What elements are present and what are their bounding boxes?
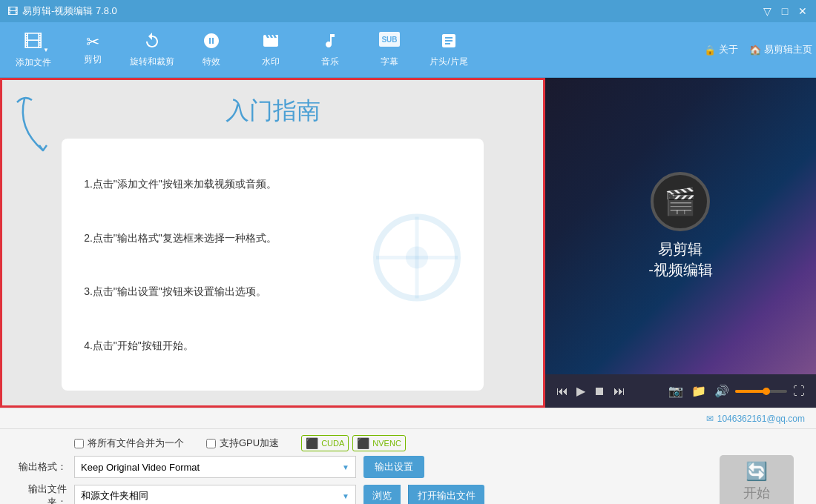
start-icon: 🔄 (746, 461, 768, 482)
close-btn[interactable]: ✕ (797, 5, 809, 17)
cut-icon: ✂ (86, 34, 99, 50)
nvidia-icon: ⬛ (306, 437, 318, 449)
email-address: 1046362161@qq.com (717, 414, 805, 424)
extra-controls: 📷 📁 🔊 ⛶ (666, 382, 807, 400)
about-btn[interactable]: 🔒 关于 (704, 43, 738, 56)
folder-dropdown-arrow: ▼ (342, 492, 349, 500)
preview-area: 易剪辑 -视频编辑 (545, 78, 816, 374)
toolbar-rotate-crop[interactable]: 旋转和裁剪 (122, 24, 182, 76)
watermark-icon (262, 32, 280, 53)
format-dropdown[interactable]: Keep Original Video Format ▼ (74, 456, 356, 478)
volume-slider[interactable] (735, 390, 787, 393)
nvenc-label: NVENC (372, 439, 401, 448)
about-label: 关于 (719, 43, 738, 56)
folder-value: 和源文件夹相同 (81, 489, 148, 503)
email-bar: ✉ 1046362161@qq.com (0, 408, 816, 428)
gpu-accel-input[interactable] (206, 439, 216, 448)
preview-controls: ⏮ ▶ ⏹ ⏭ 📷 📁 🔊 ⛶ (545, 374, 816, 408)
merge-files-input[interactable] (74, 439, 84, 448)
volume-fill (735, 390, 764, 393)
subtitle-icon: SUB 1 (379, 32, 400, 53)
music-icon (321, 32, 339, 53)
stop-btn[interactable]: ⏹ (591, 382, 608, 400)
next-btn[interactable]: ⏭ (611, 382, 628, 400)
folder-dropdown[interactable]: 和源文件夹相同 ▼ (74, 485, 356, 504)
format-dropdown-arrow: ▼ (342, 463, 349, 471)
playback-controls: ⏮ ▶ ⏹ ⏭ (554, 382, 628, 400)
app-icon: 🎞 (7, 5, 18, 17)
svg-text:1: 1 (397, 32, 400, 37)
title-bar: 🎞 易剪辑-视频编辑 7.8.0 ▽ □ ✕ (0, 0, 816, 22)
prev-btn[interactable]: ⏮ (554, 382, 570, 400)
add-file-icon: 🎞 (24, 30, 43, 53)
preview-app-name: 易剪辑 -视频编辑 (648, 239, 713, 280)
toolbar-subtitle[interactable]: SUB 1 字幕 (360, 24, 419, 76)
output-settings-btn[interactable]: 输出设置 (363, 456, 424, 478)
output-format-label: 输出格式： (15, 460, 67, 474)
volume-thumb (763, 388, 770, 395)
effects-label: 特效 (203, 56, 220, 68)
right-panel: 易剪辑 -视频编辑 ⏮ ▶ ⏹ ⏭ 📷 📁 🔊 ⛶ (545, 78, 816, 408)
home-label: 易剪辑主页 (764, 43, 812, 56)
folder-btn[interactable]: 📁 (689, 382, 708, 400)
toolbar-effects[interactable]: 特效 (182, 24, 241, 76)
toolbar-credits[interactable]: 片头/片尾 (419, 24, 478, 76)
fullscreen-btn[interactable]: ⛶ (791, 382, 807, 400)
window-controls: ▽ □ ✕ (761, 5, 809, 17)
bottom-row2: 输出格式： Keep Original Video Format ▼ 输出设置 (15, 456, 712, 478)
output-folder-label: 输出文件夹： (15, 483, 67, 504)
gpu-accel-checkbox[interactable]: 支持GPU加速 (206, 437, 279, 450)
format-value: Keep Original Video Format (81, 462, 200, 473)
guide-title: 入门指南 (226, 95, 320, 127)
film-reel-icon (651, 172, 710, 231)
guide-watermark (372, 213, 461, 316)
home-btn[interactable]: 🏠 易剪辑主页 (749, 43, 812, 56)
browse-btn[interactable]: 浏览 (363, 485, 401, 504)
music-label: 音乐 (321, 56, 339, 68)
subtitle-label: 字幕 (381, 56, 398, 68)
play-btn[interactable]: ▶ (574, 382, 588, 400)
bottom-row1: 将所有文件合并为一个 支持GPU加速 ⬛ CUDA ⬛ NVENC (15, 435, 712, 451)
add-file-dropdown-arrow: ▼ (43, 47, 49, 53)
start-btn[interactable]: 🔄 开始 (720, 455, 794, 504)
left-panel: 入门指南 1.点击"添加文件"按钮来加载视频或音频。 2.点击"输出格式"复选框… (0, 78, 545, 408)
rotate-icon (143, 32, 161, 53)
lock-icon: 🔒 (704, 44, 716, 56)
home-icon: 🏠 (749, 44, 761, 56)
maximize-btn[interactable]: □ (779, 5, 791, 17)
cuda-label: CUDA (321, 439, 344, 448)
toolbar-cut[interactable]: ✂ 剪切 (63, 24, 122, 76)
bottom-area: 将所有文件合并为一个 支持GPU加速 ⬛ CUDA ⬛ NVENC (0, 428, 816, 504)
svg-text:SUB: SUB (381, 36, 397, 44)
guide-step-1: 1.点击"添加文件"按钮来加载视频或音频。 (84, 176, 461, 192)
add-file-label: 添加文件 (16, 56, 51, 69)
add-file-icon-wrap: 🎞 ▼ (24, 30, 43, 53)
watermark-label: 水印 (262, 56, 280, 68)
guide-panel: 入门指南 1.点击"添加文件"按钮来加载视频或音频。 2.点击"输出格式"复选框… (2, 80, 543, 405)
merge-files-checkbox[interactable]: 将所有文件合并为一个 (74, 437, 184, 450)
open-output-btn[interactable]: 打开输出文件 (408, 485, 484, 504)
minimize-btn[interactable]: ▽ (761, 5, 773, 17)
guide-step-4: 4.点击"开始"按钮开始。 (84, 337, 461, 354)
gpu-badges: ⬛ CUDA ⬛ NVENC (301, 435, 406, 451)
app-title: 易剪辑-视频编辑 7.8.0 (22, 4, 117, 18)
rotate-label: 旋转和裁剪 (130, 56, 174, 68)
guide-content-box: 1.点击"添加文件"按钮来加载视频或音频。 2.点击"输出格式"复选框来选择一种… (62, 139, 484, 391)
toolbar-watermark[interactable]: 水印 (241, 24, 300, 76)
credits-label: 片头/片尾 (430, 56, 467, 68)
email-icon: ✉ (706, 414, 714, 424)
toolbar-music[interactable]: 音乐 (300, 24, 360, 76)
bottom-left: 将所有文件合并为一个 支持GPU加速 ⬛ CUDA ⬛ NVENC (15, 435, 712, 504)
start-label: 开始 (743, 484, 770, 502)
volume-icon: 🔊 (712, 382, 731, 400)
start-btn-wrap: 🔄 开始 (712, 455, 801, 504)
credits-icon (440, 32, 458, 53)
gpu-accel-label: 支持GPU加速 (220, 437, 279, 450)
screenshot-btn[interactable]: 📷 (666, 382, 685, 400)
top-right-buttons: 🔒 关于 🏠 易剪辑主页 (704, 43, 812, 56)
bottom-container: 将所有文件合并为一个 支持GPU加速 ⬛ CUDA ⬛ NVENC (15, 435, 801, 504)
toolbar: 🎞 ▼ 添加文件 ✂ 剪切 旋转和裁剪 特效 水印 (0, 22, 816, 78)
toolbar-add-file[interactable]: 🎞 ▼ 添加文件 (4, 24, 63, 76)
nvidia-icon2: ⬛ (357, 437, 369, 449)
nvenc-badge-wrap: ⬛ NVENC (352, 435, 406, 451)
